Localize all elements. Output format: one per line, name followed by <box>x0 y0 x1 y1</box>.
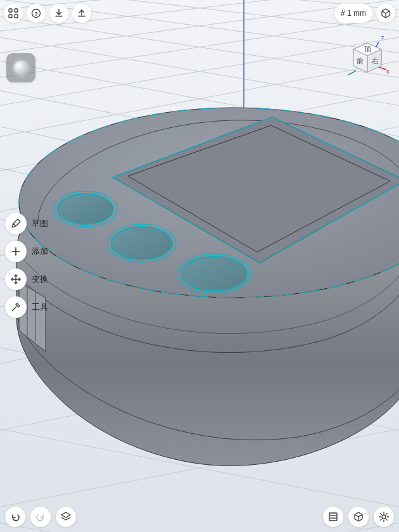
help-icon: ? <box>31 8 41 18</box>
svg-rect-42 <box>15 15 18 18</box>
views-list-icon <box>327 511 339 522</box>
svg-line-58 <box>381 519 381 520</box>
svg-line-23 <box>0 200 399 314</box>
cube-top-label: 顶 <box>364 45 371 53</box>
layers-icon <box>60 511 72 522</box>
home-view-icon <box>380 8 391 19</box>
svg-line-18 <box>0 22 399 111</box>
svg-line-56 <box>381 514 381 514</box>
views-button[interactable] <box>323 507 343 527</box>
grid-menu-icon <box>8 8 18 18</box>
help-button[interactable]: ? <box>27 4 46 23</box>
redo-button[interactable] <box>30 507 51 527</box>
axis-x-label: x <box>386 68 390 75</box>
tool-sketch-label: 草图 <box>32 218 48 229</box>
svg-line-12 <box>0 412 399 513</box>
svg-rect-40 <box>15 9 18 12</box>
svg-line-21 <box>0 108 399 218</box>
svg-line-57 <box>386 519 387 520</box>
svg-point-51 <box>382 515 386 519</box>
svg-line-26 <box>0 412 399 513</box>
redo-icon <box>35 512 46 522</box>
settings-button[interactable] <box>374 507 394 527</box>
svg-rect-41 <box>9 15 12 18</box>
grid-plane <box>0 0 399 532</box>
svg-line-47 <box>348 71 356 75</box>
appearance-button[interactable] <box>6 53 35 82</box>
cube-front-label: 前 <box>357 57 364 65</box>
svg-line-7 <box>0 108 399 218</box>
axis-z-label: z <box>381 34 384 41</box>
svg-text:?: ? <box>34 11 38 17</box>
tool-add-label: 添加 <box>32 246 48 257</box>
svg-line-24 <box>0 260 399 370</box>
tool-transform[interactable]: 变换 <box>5 269 48 290</box>
svg-rect-48 <box>329 513 337 521</box>
snap-setting[interactable]: # 1 mm <box>334 4 372 23</box>
appearance-orb-icon <box>14 61 28 75</box>
display-mode-icon <box>353 511 364 522</box>
view-cube[interactable]: z x 顶 前 右 <box>342 30 393 87</box>
svg-line-9 <box>0 200 399 314</box>
tool-tools-label: 工具 <box>32 301 48 313</box>
svg-line-5 <box>0 44 399 142</box>
export-button[interactable] <box>72 4 91 23</box>
display-mode-button[interactable] <box>348 507 369 527</box>
cube-right-label: 右 <box>372 57 379 65</box>
svg-rect-39 <box>9 9 12 12</box>
svg-line-8 <box>0 149 399 263</box>
tool-sketch[interactable]: 草图 <box>5 213 48 234</box>
export-icon <box>77 8 87 18</box>
import-icon <box>54 8 64 18</box>
svg-line-22 <box>0 149 399 263</box>
svg-line-46 <box>379 67 386 70</box>
layers-button[interactable] <box>56 507 76 527</box>
move-icon <box>10 274 22 285</box>
svg-line-25 <box>0 329 399 437</box>
viewport-3d[interactable] <box>0 0 399 532</box>
tool-tools[interactable]: 工具 <box>5 296 48 318</box>
svg-line-19 <box>0 44 399 142</box>
side-tool-menu: 草图 添加 变换 工具 <box>5 213 48 318</box>
settings-icon <box>378 511 390 522</box>
undo-icon <box>10 512 20 522</box>
tool-transform-label: 变换 <box>32 274 48 285</box>
tool-add[interactable]: 添加 <box>5 241 48 262</box>
svg-line-4 <box>0 22 399 111</box>
undo-button[interactable] <box>5 507 25 527</box>
snap-label: # 1 mm <box>341 9 366 18</box>
menu-button[interactable] <box>4 4 23 23</box>
plus-icon <box>10 246 22 257</box>
pencil-icon <box>10 218 22 229</box>
svg-line-10 <box>0 260 399 370</box>
svg-line-59 <box>386 514 387 514</box>
svg-line-11 <box>0 329 399 437</box>
import-button[interactable] <box>49 4 68 23</box>
home-view-button[interactable] <box>376 4 395 23</box>
hammer-icon <box>10 301 22 313</box>
